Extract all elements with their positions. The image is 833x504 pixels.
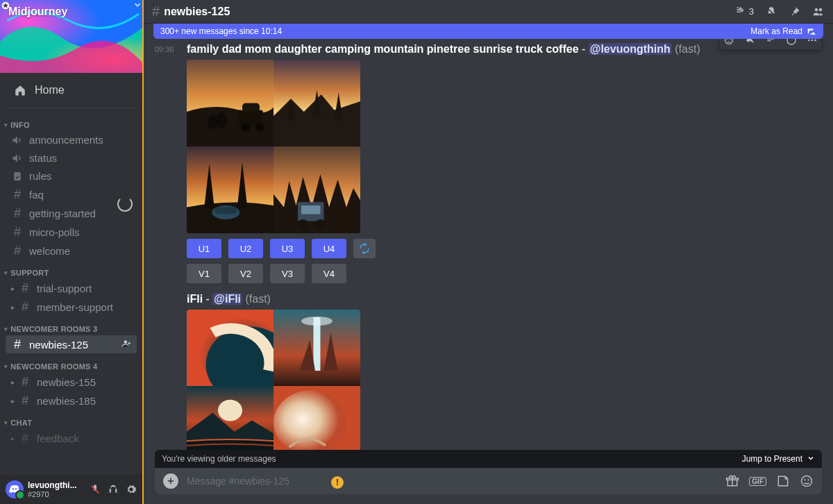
bookmark-icon[interactable] <box>784 39 799 48</box>
timestamp: 09:36 <box>155 43 187 283</box>
add-user-icon[interactable] <box>121 339 131 351</box>
notifications-muted-icon[interactable] <box>765 6 777 18</box>
channel-label: rules <box>29 170 52 182</box>
new-messages-bar[interactable]: 300+ new messages since 10:14 Mark as Re… <box>153 24 823 39</box>
server-name: Midjourney <box>8 6 67 18</box>
v1-button[interactable]: V1 <box>187 264 221 283</box>
channel-item[interactable]: #getting-started <box>6 204 137 222</box>
channel-label: newbies-185 <box>37 395 96 407</box>
server-sidebar: Midjourney Home ▾INFOannouncementsstatus… <box>0 0 142 504</box>
message-input-field[interactable] <box>187 476 718 487</box>
svg-point-8 <box>808 40 810 42</box>
svg-point-33 <box>218 400 242 421</box>
channel-label: member-support <box>37 301 113 313</box>
gif-button[interactable]: GIF <box>749 477 766 486</box>
channel-item[interactable]: rules <box>6 167 137 185</box>
v3-button[interactable]: V3 <box>270 264 305 283</box>
u2-button[interactable]: U2 <box>228 239 263 258</box>
mark-read-button[interactable]: Mark as Read <box>750 26 816 36</box>
channel-label: status <box>29 152 57 164</box>
channel-item[interactable]: #newbies-125 <box>6 335 137 353</box>
channel-label: getting-started <box>29 208 96 219</box>
react-icon[interactable] <box>721 39 737 48</box>
svg-point-5 <box>727 39 727 40</box>
members-icon[interactable] <box>812 6 825 18</box>
user-mention[interactable]: @levuongthinh <box>589 43 672 55</box>
u4-button[interactable]: U4 <box>312 239 346 258</box>
gift-icon[interactable] <box>725 474 739 488</box>
mark-read-icon <box>807 26 816 36</box>
home-link[interactable]: Home <box>6 77 137 103</box>
thread-icon[interactable] <box>763 39 778 48</box>
channel-item[interactable]: #micro-polls <box>6 223 137 241</box>
image-grid[interactable] <box>187 310 360 450</box>
channel-label: micro-polls <box>29 226 80 238</box>
threads-icon <box>734 6 746 18</box>
pinned-icon[interactable] <box>789 6 801 18</box>
more-icon[interactable] <box>805 39 820 48</box>
channel-category[interactable]: ▾CHAT <box>0 410 142 428</box>
channel-label: feedback <box>37 432 79 444</box>
channel-item[interactable]: ▸#feedback <box>6 429 137 447</box>
svg-point-38 <box>807 479 809 480</box>
home-label: Home <box>35 84 65 96</box>
reroll-button[interactable] <box>353 239 376 258</box>
input-area: You're viewing older messages Jump to Pr… <box>144 450 833 504</box>
older-messages-bar: You're viewing older messages Jump to Pr… <box>155 450 822 468</box>
emoji-icon[interactable] <box>800 474 814 488</box>
u3-button[interactable]: U3 <box>270 239 305 258</box>
svg-point-15 <box>242 123 251 132</box>
message-list: 09:36 family dad mom daughter camping mo… <box>144 39 833 450</box>
channel-category[interactable]: ▾INFO <box>0 112 142 131</box>
prompt-text: iFli <box>187 293 203 305</box>
attach-button[interactable]: + <box>163 473 178 489</box>
user-mention[interactable]: @iFli <box>212 293 242 305</box>
channel-category[interactable]: ▾NEWCOMER ROOMS 4 <box>0 354 142 372</box>
reply-icon[interactable] <box>742 39 757 48</box>
channel-category[interactable]: ▾NEWCOMER ROOMS 3 <box>0 317 142 335</box>
svg-point-3 <box>124 340 128 344</box>
v2-button[interactable]: V2 <box>228 264 263 283</box>
threads-button[interactable]: 3 <box>734 6 754 18</box>
u1-button[interactable]: U1 <box>187 239 221 258</box>
message: 09:36 family dad mom daughter camping mo… <box>155 42 822 285</box>
sticker-icon[interactable] <box>776 474 790 488</box>
svg-point-25 <box>298 219 308 230</box>
chevron-down-icon <box>807 454 815 462</box>
chevron-down-icon[interactable] <box>133 0 142 10</box>
divider <box>6 108 137 108</box>
channel-label: faq <box>29 189 44 201</box>
channel-item[interactable]: status <box>6 149 137 167</box>
svg-point-13 <box>217 112 227 128</box>
channel-item[interactable]: ▸#trial-support <box>6 279 137 297</box>
channel-label: announcements <box>29 134 103 146</box>
hash-icon: # <box>152 3 160 19</box>
channel-item[interactable]: announcements <box>6 131 137 149</box>
message: iFli - @iFli (fast) <box>155 292 822 450</box>
channel-item[interactable]: ▸#member-support <box>6 298 137 316</box>
svg-point-36 <box>802 476 812 487</box>
channel-category[interactable]: ▾SUPPORT <box>0 260 142 278</box>
channel-item[interactable]: ▸#newbies-155 <box>6 373 137 391</box>
v4-button[interactable]: V4 <box>312 264 346 283</box>
channel-header: # newbies-125 3 <box>144 0 833 24</box>
svg-point-26 <box>315 219 326 230</box>
upscale-button-row: U1 U2 U3 U4 <box>187 239 822 258</box>
mic-muted-icon[interactable] <box>90 484 101 495</box>
message-actions <box>719 39 822 50</box>
channel-label: trial-support <box>37 283 92 294</box>
headphones-icon[interactable] <box>108 484 119 495</box>
channel-item[interactable]: #faq <box>6 185 137 203</box>
loading-spinner-icon <box>117 196 133 212</box>
channel-item[interactable]: ▸#newbies-185 <box>6 392 137 410</box>
avatar[interactable] <box>6 480 24 498</box>
settings-gear-icon[interactable] <box>126 484 137 495</box>
image-grid[interactable] <box>187 60 360 233</box>
channel-item[interactable]: #welcome <box>6 242 137 260</box>
svg-rect-21 <box>214 208 237 215</box>
jump-present-button[interactable]: Jump to Present <box>742 454 815 464</box>
prompt-line: iFli - @iFli (fast) <box>187 293 822 305</box>
svg-point-6 <box>730 39 730 40</box>
user-tag: #2970 <box>28 490 85 498</box>
discord-logo-icon <box>9 484 20 495</box>
